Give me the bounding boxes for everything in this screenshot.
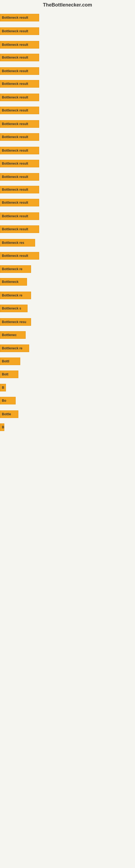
bar-row: Bottlenec (0, 331, 26, 339)
bar-row: Bott (0, 371, 18, 378)
bar-row: Bottleneck re (0, 291, 31, 299)
chart-area: Bottleneck resultBottleneck resultBottle… (0, 9, 135, 863)
bottleneck-bar: Bottleneck result (0, 160, 39, 167)
bottleneck-bar: Bottleneck result (0, 80, 39, 88)
bottleneck-bar: Bottleneck result (0, 147, 39, 154)
bar-row: Bottleneck result (0, 147, 39, 154)
bottleneck-bar: Bottleneck result (0, 173, 39, 181)
bottleneck-bar: Bottleneck res (0, 239, 35, 247)
bottleneck-bar: Bottleneck result (0, 106, 39, 114)
bottleneck-bar: Bottle (0, 410, 18, 418)
bar-row: Bottleneck result (0, 27, 39, 35)
bar-row: Bottleneck result (0, 120, 39, 128)
bottleneck-bar: Bottleneck result (0, 54, 39, 61)
bar-row: Bottleneck re (0, 344, 29, 352)
bottleneck-bar: Bottleneck result (0, 186, 39, 193)
bar-row: Bottleneck result (0, 14, 39, 22)
bottleneck-bar: Bottleneck re (0, 344, 29, 352)
bar-row: Bottleneck result (0, 54, 39, 61)
bar-row: Bottleneck res (0, 239, 35, 247)
bar-row: Bottleneck result (0, 252, 39, 259)
bottleneck-bar: Bottleneck result (0, 41, 39, 49)
bottleneck-bar: Bottleneck result (0, 225, 39, 233)
bar-row: Bottleneck resu (0, 318, 31, 326)
bar-row: Bottle (0, 410, 18, 418)
bar-row: Bottleneck result (0, 41, 39, 49)
bottleneck-bar: Bottleneck result (0, 252, 39, 259)
bottleneck-bar: Bottleneck re (0, 291, 31, 299)
bottleneck-bar: Bottleneck s (0, 305, 28, 312)
bar-row: Bottleneck result (0, 160, 39, 167)
bottleneck-bar: Bottleneck result (0, 199, 39, 207)
bar-row: Bottleneck result (0, 225, 39, 233)
bottleneck-bar: Bottleneck result (0, 14, 39, 22)
bar-row: Bottl (0, 358, 20, 365)
bar-row: Bottleneck s (0, 305, 28, 312)
bar-row: Bottleneck re (0, 265, 31, 273)
bar-row: Bottleneck result (0, 67, 39, 75)
bottleneck-bar: Bottleneck (0, 278, 27, 286)
bottleneck-bar: Bottl (0, 358, 20, 365)
bottleneck-bar: Bottleneck result (0, 120, 39, 128)
bottleneck-bar: Bottleneck re (0, 265, 31, 273)
bottleneck-bar: Bottleneck result (0, 67, 39, 75)
bar-row: Bottleneck result (0, 199, 39, 207)
bottleneck-bar: B (0, 384, 6, 392)
bottleneck-bar: Bott (0, 371, 18, 378)
bar-row: Bottleneck result (0, 173, 39, 181)
bottleneck-bar: Bottleneck result (0, 94, 39, 101)
bar-row: Bottleneck result (0, 212, 39, 220)
bottleneck-bar: Bo (0, 397, 16, 404)
bar-row: Bo (0, 397, 16, 404)
bar-row: Bottleneck result (0, 94, 39, 101)
bar-row: B (0, 424, 4, 431)
bottleneck-bar: Bottleneck result (0, 133, 39, 141)
bottleneck-bar: B (0, 424, 4, 431)
bar-row: B (0, 384, 6, 392)
bottleneck-bar: Bottleneck resu (0, 318, 31, 326)
bottleneck-bar: Bottleneck result (0, 212, 39, 220)
bottleneck-bar: Bottlenec (0, 331, 26, 339)
bar-row: Bottleneck result (0, 133, 39, 141)
bar-row: Bottleneck result (0, 186, 39, 193)
bar-row: Bottleneck (0, 278, 27, 286)
bottleneck-bar: Bottleneck result (0, 27, 39, 35)
site-title: TheBottlenecker.com (0, 0, 135, 9)
bar-row: Bottleneck result (0, 80, 39, 88)
bar-row: Bottleneck result (0, 106, 39, 114)
